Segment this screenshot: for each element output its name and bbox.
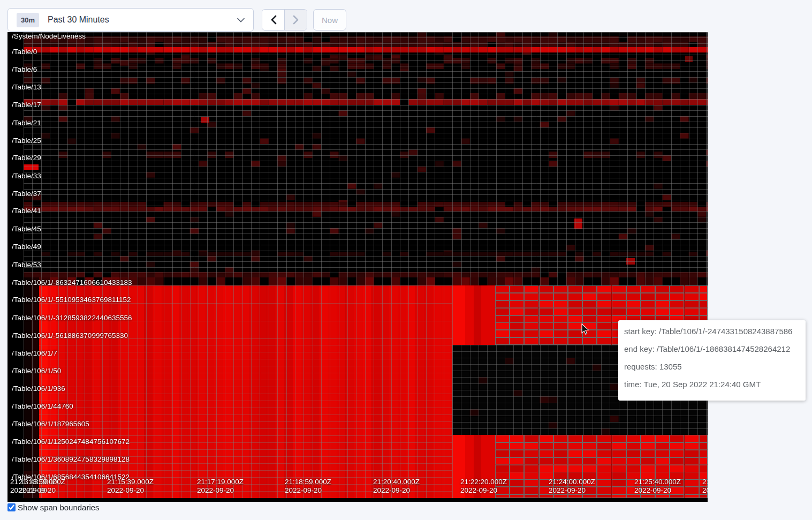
show-span-boundaries-label: Show span boundaries	[18, 503, 100, 512]
key-visualizer-canvas[interactable]	[7, 32, 708, 502]
tooltip-start-key: start key: /Table/106/1/-247433150824388…	[624, 327, 800, 336]
tooltip-requests: requests: 13055	[624, 362, 800, 371]
time-range-select[interactable]: 30m Past 30 Minutes	[7, 8, 254, 32]
key-visualizer-page: 30m Past 30 Minutes Now /System/NodeLive…	[0, 0, 812, 520]
chevron-left-icon	[270, 15, 277, 25]
key-visualizer: /System/NodeLiveness/Table/0/Table/6/Tab…	[7, 32, 708, 502]
time-nav-group	[262, 9, 307, 31]
tooltip-end-key: end key: /Table/106/1/-18683814745282642…	[624, 344, 800, 353]
step-forward-button[interactable]	[284, 10, 307, 30]
chevron-right-icon	[293, 15, 299, 25]
tooltip-time: time: Tue, 20 Sep 2022 21:24:40 GMT	[624, 380, 800, 389]
now-button[interactable]: Now	[313, 9, 346, 31]
time-range-badge: 30m	[17, 13, 39, 27]
chevron-down-icon	[237, 18, 245, 22]
footer: Show span boundaries	[7, 503, 100, 512]
show-span-boundaries-checkbox[interactable]	[7, 503, 16, 511]
step-back-button[interactable]	[262, 10, 284, 30]
time-range-label: Past 30 Minutes	[48, 15, 237, 25]
span-tooltip: start key: /Table/106/1/-247433150824388…	[618, 320, 806, 401]
